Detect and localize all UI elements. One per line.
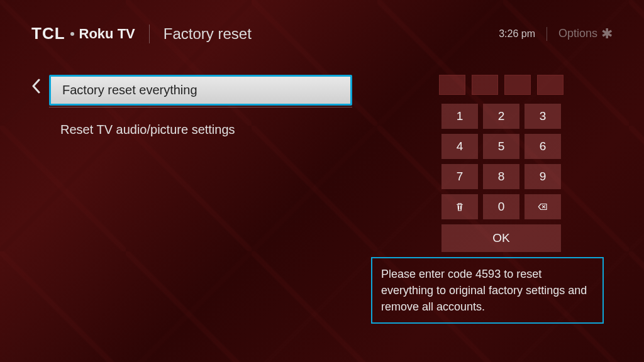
left-panel: Factory reset everything Reset TV audio/… xyxy=(31,75,352,324)
code-digit-1[interactable] xyxy=(439,75,465,95)
page-title: Factory reset xyxy=(164,25,252,43)
asterisk-icon: ✱ xyxy=(601,27,613,41)
key-label: 8 xyxy=(498,170,505,184)
key-8[interactable]: 8 xyxy=(483,164,519,189)
key-label: 4 xyxy=(457,140,464,153)
menu-item-label: Reset TV audio/picture settings xyxy=(60,123,235,136)
key-2[interactable]: 2 xyxy=(483,104,519,129)
brand-dot-icon xyxy=(70,32,74,36)
key-clear[interactable] xyxy=(441,194,478,219)
key-5[interactable]: 5 xyxy=(483,134,519,159)
keypad: 1 2 3 4 5 6 7 8 9 0 xyxy=(441,104,561,219)
key-backspace[interactable] xyxy=(525,194,561,219)
brand-roku: Roku TV xyxy=(79,26,135,42)
key-4[interactable]: 4 xyxy=(441,134,478,159)
chevron-left-icon xyxy=(31,79,40,94)
options-label: Options xyxy=(558,27,597,40)
key-9[interactable]: 9 xyxy=(525,164,561,189)
instruction-text: Please enter code 4593 to reset everythi… xyxy=(381,268,587,313)
header-right-divider xyxy=(547,27,547,41)
key-1[interactable]: 1 xyxy=(441,104,478,129)
menu-underline xyxy=(49,107,352,107)
key-6[interactable]: 6 xyxy=(525,134,561,159)
code-digit-2[interactable] xyxy=(472,75,498,95)
menu-item-factory-reset-everything[interactable]: Factory reset everything xyxy=(49,75,352,106)
brand-logo: TCL Roku TV xyxy=(31,24,135,43)
key-label: 2 xyxy=(498,109,505,123)
key-label: 5 xyxy=(498,140,505,153)
content: Factory reset everything Reset TV audio/… xyxy=(0,43,644,324)
key-label: 1 xyxy=(457,109,464,123)
code-input-boxes xyxy=(439,75,564,95)
key-label: 0 xyxy=(498,200,505,214)
key-label: 6 xyxy=(540,140,547,153)
code-digit-4[interactable] xyxy=(537,75,564,95)
back-button[interactable] xyxy=(31,79,40,98)
menu-list: Factory reset everything Reset TV audio/… xyxy=(49,75,352,145)
clock: 3:26 pm xyxy=(499,28,535,40)
code-digit-3[interactable] xyxy=(504,75,531,95)
backspace-icon xyxy=(537,201,548,212)
header: TCL Roku TV Factory reset 3:26 pm Option… xyxy=(0,0,644,43)
key-3[interactable]: 3 xyxy=(525,104,561,129)
brand-tcl: TCL xyxy=(31,24,65,43)
header-divider xyxy=(149,25,150,43)
header-right: 3:26 pm Options ✱ xyxy=(499,27,613,41)
options-button[interactable]: Options ✱ xyxy=(558,27,613,41)
right-panel: 1 2 3 4 5 6 7 8 9 0 OK Pleas xyxy=(352,75,613,324)
ok-button[interactable]: OK xyxy=(441,224,561,252)
instruction-box: Please enter code 4593 to reset everythi… xyxy=(371,257,604,324)
menu-item-reset-audio-picture[interactable]: Reset TV audio/picture settings xyxy=(49,116,352,143)
trash-icon xyxy=(454,201,465,212)
key-7[interactable]: 7 xyxy=(441,164,478,189)
key-label: 9 xyxy=(540,170,547,184)
key-label: 3 xyxy=(540,109,547,123)
menu-item-label: Factory reset everything xyxy=(62,83,197,97)
key-0[interactable]: 0 xyxy=(483,194,519,219)
ok-label: OK xyxy=(492,231,509,245)
key-label: 7 xyxy=(457,170,464,184)
